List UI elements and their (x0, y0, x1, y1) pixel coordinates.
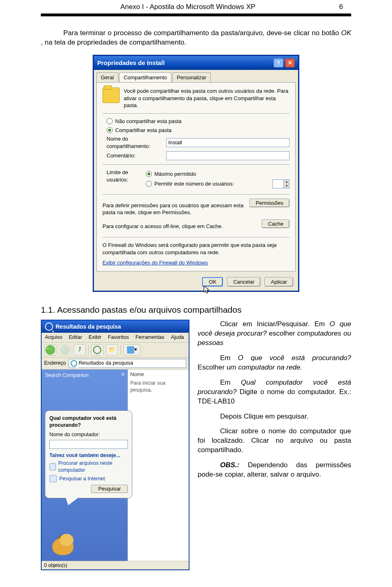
up-button[interactable]: ⤴ (74, 344, 86, 356)
results-hint: Para iniciar sua pesquisa, (130, 380, 186, 394)
balloon-question: Qual computador você está procurando? (49, 415, 128, 429)
radio-max[interactable] (146, 171, 152, 177)
intro-paragraph: Para terminar o processo de compartilham… (41, 29, 351, 47)
address-value: Resultados da pesquisa (79, 360, 133, 367)
internet-search-icon (49, 475, 57, 482)
comment-label: Comentário: (107, 152, 164, 159)
menu-arquivo[interactable]: Arquivo (45, 334, 62, 341)
tab-geral[interactable]: Geral (96, 72, 118, 83)
address-bar: Endereço Resultados da pesquisa (42, 358, 189, 370)
firewall-link[interactable]: Exibir configurações do Firewall do Wind… (102, 260, 208, 266)
folders-button[interactable]: 📁 (106, 344, 118, 356)
radio-share-label: Compartilhar esta pasta (115, 127, 172, 134)
step-click-search: Depois Clique em pesquisar. (198, 412, 351, 421)
dialog-titlebar[interactable]: Propriedades de Install ? ✕ (94, 56, 298, 70)
permissions-text: Para definir permissões para os usuários… (102, 202, 245, 216)
search-companion-label: Search Companion (42, 370, 127, 381)
search-companion-pane: Search Companion ✕ Qual computador você … (42, 370, 127, 561)
option-search-internet[interactable]: Pesquisar a Internet (49, 475, 128, 482)
dialog-description: Você pode compartilhar esta pasta com ou… (124, 87, 290, 109)
computer-name-label: Nome do computador: (49, 431, 128, 438)
cache-button[interactable]: Cache (262, 220, 290, 228)
dialog-button-row: OK Cancelar Aplicar (94, 274, 298, 291)
intro-ok: OK (341, 29, 351, 37)
intro-text-pre: Para terminar o processo de compartilham… (63, 29, 341, 37)
radio-num[interactable] (146, 181, 152, 187)
obs-label: OBS.: (220, 461, 239, 469)
share-name-label: Nome do compartilhamento: (107, 135, 164, 150)
search-icon (45, 323, 53, 331)
search-results-window: Resultados da pesquisa Arquivo Editar Ex… (41, 320, 189, 570)
cancel-button[interactable]: Cancelar (227, 277, 261, 287)
ok-button[interactable]: OK (202, 277, 223, 287)
close-button[interactable]: ✕ (285, 58, 295, 67)
address-input[interactable]: Resultados da pesquisa (69, 359, 186, 368)
share-name-input[interactable]: Install (166, 138, 290, 147)
section-heading: 1.1. Acessando pastas e/ou arquivos comp… (41, 304, 351, 316)
search-window-titlebar[interactable]: Resultados da pesquisa (42, 320, 189, 333)
column-header-nome[interactable]: Nome (130, 371, 186, 378)
address-label: Endereço (44, 360, 66, 367)
intro-text-post: , na tela de propriedades de compartilha… (41, 38, 186, 46)
header-title: Anexo I - Apostila do Microsoft Windows … (49, 2, 327, 12)
radio-no-share-label: Não compartilhar esta pasta (115, 118, 182, 125)
search-button[interactable]: Pesquisar (91, 485, 128, 493)
menu-ferramentas[interactable]: Ferramentas (136, 334, 165, 341)
folder-share-icon (102, 87, 120, 103)
tab-content: Você pode compartilhar esta pasta com ou… (96, 82, 296, 271)
status-bar: 0 objeto(s) (42, 561, 189, 569)
results-list: Nome Para iniciar sua pesquisa, (127, 370, 189, 561)
comment-input[interactable] (166, 151, 290, 160)
search-window-title: Resultados da pesquisa (56, 323, 121, 331)
views-button[interactable]: ▾ (123, 344, 140, 356)
menu-favoritos[interactable]: Favoritos (108, 334, 129, 341)
help-button[interactable]: ? (274, 58, 283, 67)
search-toolbar-button[interactable] (91, 344, 103, 356)
dialog-title-text: Propriedades de Install (97, 59, 272, 67)
running-header: Anexo I - Apostila do Microsoft Windows … (0, 0, 392, 13)
file-search-icon (49, 463, 56, 470)
option-search-files[interactable]: Procurar arquivos neste computador (49, 460, 128, 474)
menu-exibir[interactable]: Exibir (89, 334, 101, 341)
page-number: 6 (327, 2, 343, 12)
dialog-tabs: Geral Compartilhamento Personalizar (94, 70, 298, 83)
radio-no-share[interactable] (107, 118, 113, 124)
menu-editar[interactable]: Editar (69, 334, 82, 341)
address-icon (71, 360, 77, 367)
header-rule (41, 13, 351, 15)
pane-close-icon[interactable]: ✕ (121, 371, 125, 378)
search-balloon: Qual computador você está procurando? No… (45, 410, 132, 498)
step-click-result: Clicar sobre o nome do computador que fo… (198, 427, 351, 455)
balloon-also: Talvez você também deseje... (49, 452, 128, 459)
menubar: Arquivo Editar Exibir Favoritos Ferramen… (42, 333, 189, 343)
radio-max-label: Máximo permitido (154, 170, 196, 178)
user-count-spinner[interactable]: ▴▾ (272, 179, 290, 188)
tab-personalizar[interactable]: Personalizar (172, 72, 211, 83)
back-button[interactable]: ← (44, 344, 56, 356)
user-limit-label: Limite de usuários: (107, 169, 143, 183)
properties-dialog: Propriedades de Install ? ✕ Geral Compar… (93, 55, 299, 292)
menu-ajuda[interactable]: Ajuda (171, 334, 184, 341)
instruction-text: Clicar em Iniciar/Pesquisar. Em O que vo… (198, 320, 351, 570)
search-dog-icon (49, 531, 78, 557)
tab-compartilhamento[interactable]: Compartilhamento (119, 72, 172, 83)
forward-button[interactable]: → (59, 344, 71, 356)
firewall-text: O Firewall do Windows será configurado p… (102, 242, 290, 256)
cache-text: Para configurar o acesso off-line, cliqu… (102, 223, 258, 230)
toolbar: ← → ⤴ 📁 ▾ (42, 343, 189, 358)
computer-name-input[interactable] (49, 440, 128, 449)
radio-share[interactable] (107, 127, 113, 133)
radio-num-label: Permitir este número de usuários: (154, 180, 234, 188)
apply-button[interactable]: Aplicar (265, 277, 293, 287)
permissions-button[interactable]: Permissões (249, 199, 290, 207)
